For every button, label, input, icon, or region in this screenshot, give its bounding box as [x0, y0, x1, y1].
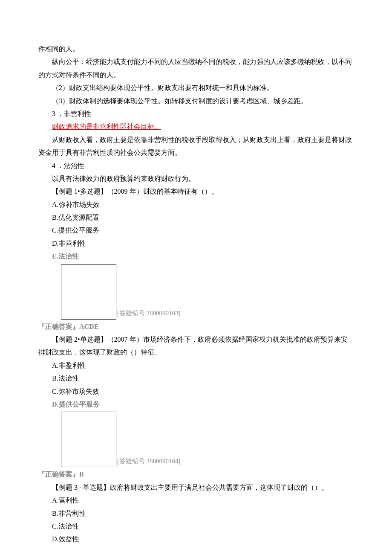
body-text: 从财政收入看，政府主要是依靠非营利性的税收手段取得收入；从财政支出上看，政府主要…: [38, 134, 354, 160]
example-1-option-c: C.提供公平服务: [38, 224, 354, 237]
qa-number-caption: [答疑编号 2880090104]: [117, 455, 181, 468]
example-2-answer: 『正确答案』B: [38, 468, 354, 481]
body-text: 纵向公平：经济能力或支付能力不同的人应当缴纳不同的税收，能力强的人应该多缴纳税收…: [38, 55, 354, 81]
section-heading-3: 3 ．非营利性: [38, 108, 354, 120]
example-1-answer: 『正确答案』ACDE: [38, 320, 354, 333]
example-1-option-e: E.法治性: [38, 250, 354, 263]
placeholder-image: [61, 412, 116, 467]
example-2-option-c: C.弥补市场失效: [38, 385, 354, 398]
underline-red-text: 财政追求的是非营利性即社会目标。: [52, 123, 161, 130]
section-heading-4: 4 ．法治性: [38, 160, 354, 172]
example-1-option-b: B.优化资源配置: [38, 211, 354, 224]
example-3-option-c: C.法治性: [38, 520, 354, 533]
example-3-stem: 【例题 3 · 单选题】政府将财政支出主要用于满足社会公共需要方面，这体现了财政…: [38, 481, 354, 494]
example-3-option-b: B.非营利性: [38, 507, 354, 520]
placeholder-image: [61, 264, 116, 320]
body-text: 以具有法律效力的政府预算约束政府财政行为。: [38, 172, 354, 185]
body-text: 件相同的人。: [38, 43, 354, 55]
example-2-stem: 【例题 2•单选题】（2007 年）市场经济条件下，政府必须依据经国家权力机关批…: [38, 333, 354, 359]
thumbnail-row: [答疑编号 2880090103]: [38, 264, 354, 320]
example-2-option-a: A.非盈利性: [38, 359, 354, 372]
example-1-option-a: A.弥补市场失效: [38, 198, 354, 211]
example-3-option-a: A.营利性: [38, 494, 354, 507]
example-1-option-d: D.非营利性: [38, 237, 354, 250]
body-text: （3）财政体制的选择要体现公平性。如转移支付制度的设计要考虑区域、城乡差距。: [38, 95, 354, 108]
example-2-option-d: D.提供公平服务: [38, 398, 354, 411]
example-1-stem: 【例题 1•多选题】（2009 年）财政的基本特征有（）。: [38, 185, 354, 198]
example-2-option-b: B.法治性: [38, 372, 354, 385]
qa-number-caption: [答疑编号 2880090103]: [117, 307, 181, 320]
thumbnail-row: [答疑编号 2880090104]: [38, 412, 354, 467]
highlighted-link-text: 财政追求的是非营利性即社会目标。: [38, 120, 354, 133]
body-text: （2）财政支出结构要体现公平性。财政支出要有相对统一和具体的标准。: [38, 81, 354, 94]
example-3-option-d: D.效益性: [38, 533, 354, 546]
